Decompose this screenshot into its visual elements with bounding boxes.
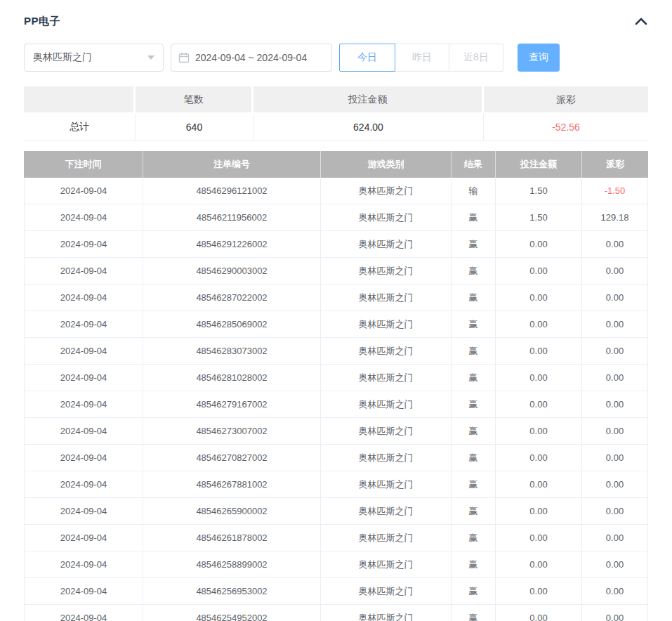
- game-type-cell: 奥林匹斯之门: [321, 285, 452, 311]
- bet-time-cell: 2024-09-04: [24, 471, 143, 498]
- bet-time-cell: 2024-09-04: [24, 204, 143, 231]
- header-result: 结果: [452, 151, 496, 178]
- bet-amount-cell: 1.50: [496, 178, 582, 204]
- result-cell: 赢: [452, 365, 496, 391]
- bet-amount-cell: 0.00: [496, 391, 582, 418]
- header-game-type: 游戏类别: [321, 151, 452, 178]
- order-id-cell: 48546296121002: [143, 178, 321, 204]
- order-id-cell: 48546291226002: [143, 231, 321, 258]
- order-id-cell: 48546265900002: [143, 498, 321, 525]
- payout-cell: 0.00: [582, 365, 648, 391]
- game-type-cell: 奥林匹斯之门: [321, 311, 452, 338]
- page-title: PP电子: [24, 15, 60, 28]
- bet-amount-cell: 0.00: [496, 525, 582, 551]
- last-8-days-button[interactable]: 近8日: [449, 44, 503, 72]
- result-cell: 赢: [452, 311, 496, 338]
- summary-total-count: 640: [136, 114, 253, 141]
- records-header-row: 下注时间 注单编号 游戏类别 结果 投注金额 派彩: [24, 151, 648, 178]
- bet-time-cell: 2024-09-04: [24, 365, 143, 391]
- order-id-cell: 48546261878002: [143, 525, 321, 551]
- bet-amount-cell: 0.00: [496, 365, 582, 391]
- query-button[interactable]: 查询: [518, 44, 560, 72]
- game-type-cell: 奥林匹斯之门: [321, 418, 452, 445]
- order-id-cell: 48546281028002: [143, 365, 321, 391]
- order-id-cell: 48546283073002: [143, 338, 321, 365]
- bet-amount-cell: 0.00: [496, 338, 582, 365]
- header-bet-amount: 投注金额: [496, 151, 582, 178]
- bet-time-cell: 2024-09-04: [24, 605, 143, 621]
- payout-cell: 0.00: [582, 258, 648, 285]
- game-type-cell: 奥林匹斯之门: [321, 178, 452, 204]
- table-row: 2024-09-04 48546291226002 奥林匹斯之门 赢 0.00 …: [24, 231, 648, 258]
- bet-amount-cell: 0.00: [496, 285, 582, 311]
- order-id-cell: 48546285069002: [143, 311, 321, 338]
- date-range-input[interactable]: 2024-09-04 ~ 2024-09-04: [171, 44, 332, 72]
- table-row: 2024-09-04 48546258899002 奥林匹斯之门 赢 0.00 …: [24, 551, 648, 578]
- table-row: 2024-09-04 48546273007002 奥林匹斯之门 赢 0.00 …: [24, 418, 648, 445]
- bet-time-cell: 2024-09-04: [24, 391, 143, 418]
- records-table-body: 2024-09-04 48546296121002 奥林匹斯之门 输 1.50 …: [24, 178, 648, 621]
- result-cell: 赢: [452, 258, 496, 285]
- header-order-id: 注单编号: [143, 151, 321, 178]
- game-type-cell: 奥林匹斯之门: [321, 338, 452, 365]
- payout-cell: 0.00: [582, 311, 648, 338]
- table-row: 2024-09-04 48546285069002 奥林匹斯之门 赢 0.00 …: [24, 311, 648, 338]
- payout-cell: 0.00: [582, 231, 648, 258]
- collapse-panel-button[interactable]: [634, 16, 648, 26]
- summary-total-row: 总计 640 624.00 -52.56: [24, 112, 648, 141]
- summary-total-bet-amount: 624.00: [253, 114, 484, 141]
- bet-amount-cell: 0.00: [496, 605, 582, 621]
- bet-time-cell: 2024-09-04: [24, 231, 143, 258]
- result-cell: 赢: [452, 418, 496, 445]
- table-row: 2024-09-04 48546254952002 奥林匹斯之门 赢 0.00 …: [24, 605, 648, 621]
- result-cell: 赢: [452, 338, 496, 365]
- result-cell: 输: [452, 178, 496, 204]
- result-cell: 赢: [452, 498, 496, 525]
- game-type-cell: 奥林匹斯之门: [321, 445, 452, 471]
- summary-table: 笔数 投注金额 派彩 总计 640 624.00 -52.56: [24, 86, 648, 141]
- game-type-cell: 奥林匹斯之门: [321, 365, 452, 391]
- yesterday-button[interactable]: 昨日: [395, 44, 449, 72]
- result-cell: 赢: [452, 605, 496, 621]
- game-type-cell: 奥林匹斯之门: [321, 471, 452, 498]
- result-cell: 赢: [452, 578, 496, 605]
- game-type-cell: 奥林匹斯之门: [321, 258, 452, 285]
- table-row: 2024-09-04 48546281028002 奥林匹斯之门 赢 0.00 …: [24, 365, 648, 391]
- bet-time-cell: 2024-09-04: [24, 178, 143, 204]
- table-row: 2024-09-04 48546283073002 奥林匹斯之门 赢 0.00 …: [24, 338, 648, 365]
- payout-cell: 0.00: [582, 498, 648, 525]
- summary-header-bet-amount: 投注金额: [253, 86, 484, 112]
- payout-cell: -1.50: [582, 178, 648, 204]
- game-type-cell: 奥林匹斯之门: [321, 578, 452, 605]
- game-select[interactable]: 奥林匹斯之门: [24, 44, 164, 72]
- table-row: 2024-09-04 48546287022002 奥林匹斯之门 赢 0.00 …: [24, 285, 648, 311]
- table-row: 2024-09-04 48546279167002 奥林匹斯之门 赢 0.00 …: [24, 391, 648, 418]
- order-id-cell: 48546287022002: [143, 285, 321, 311]
- bet-time-cell: 2024-09-04: [24, 578, 143, 605]
- game-type-cell: 奥林匹斯之门: [321, 525, 452, 551]
- result-cell: 赢: [452, 204, 496, 231]
- summary-header-count: 笔数: [136, 86, 253, 112]
- bet-amount-cell: 0.00: [496, 418, 582, 445]
- result-cell: 赢: [452, 285, 496, 311]
- bet-time-cell: 2024-09-04: [24, 311, 143, 338]
- game-type-cell: 奥林匹斯之门: [321, 391, 452, 418]
- summary-header-payout: 派彩: [484, 86, 648, 112]
- betting-records-panel: PP电子 奥林匹斯之门 2024-09-04 ~ 2024: [0, 0, 672, 621]
- payout-cell: 0.00: [582, 605, 648, 621]
- records-table: 下注时间 注单编号 游戏类别 结果 投注金额 派彩 2024-09-04 485…: [24, 151, 648, 621]
- result-cell: 赢: [452, 445, 496, 471]
- bet-time-cell: 2024-09-04: [24, 445, 143, 471]
- order-id-cell: 48546258899002: [143, 551, 321, 578]
- payout-cell: 0.00: [582, 285, 648, 311]
- payout-cell: 0.00: [582, 471, 648, 498]
- order-id-cell: 48546270827002: [143, 445, 321, 471]
- today-button[interactable]: 今日: [339, 44, 395, 72]
- result-cell: 赢: [452, 471, 496, 498]
- table-row: 2024-09-04 48546211956002 奥林匹斯之门 赢 1.50 …: [24, 204, 648, 231]
- table-row: 2024-09-04 48546261878002 奥林匹斯之门 赢 0.00 …: [24, 525, 648, 551]
- result-cell: 赢: [452, 551, 496, 578]
- payout-cell: 0.00: [582, 525, 648, 551]
- payout-cell: 0.00: [582, 578, 648, 605]
- bet-amount-cell: 0.00: [496, 551, 582, 578]
